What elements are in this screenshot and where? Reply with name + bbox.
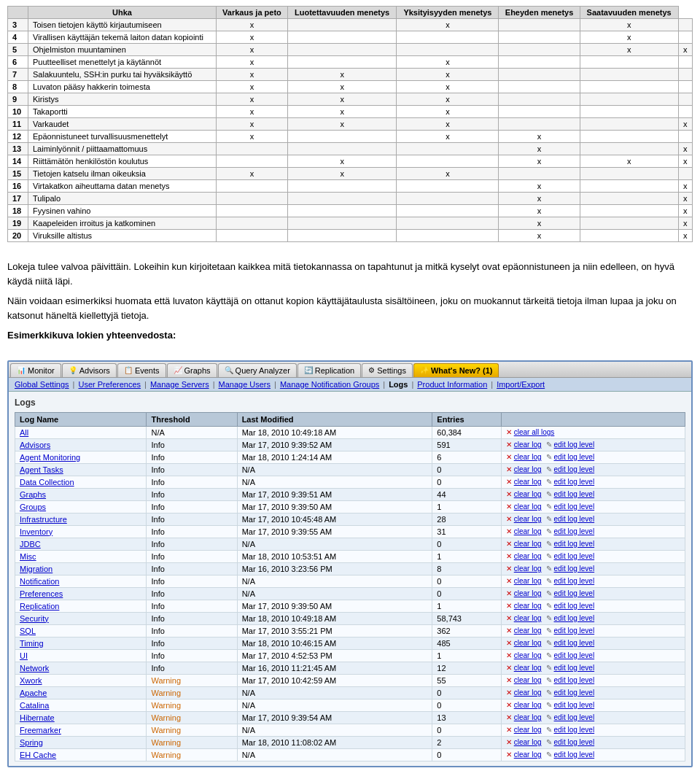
action-link-edit-log-level[interactable]: edit log level [554,676,595,684]
action-link-clear-log[interactable]: clear log [514,453,542,461]
action-link-clear-log[interactable]: clear log [514,639,542,647]
log-name-link[interactable]: Spring [20,738,43,747]
action-link-edit-log-level[interactable]: edit log level [554,602,595,610]
action-link-clear-log[interactable]: clear log [514,751,542,759]
log-name-link[interactable]: Inventory [20,527,52,536]
action-link-clear-log[interactable]: clear log [514,552,542,560]
action-link-edit-log-level[interactable]: edit log level [554,689,595,697]
action-link-clear-log[interactable]: clear log [514,602,542,610]
log-name-link[interactable]: Replication [20,602,59,611]
action-link-edit-log-level[interactable]: edit log level [554,441,595,449]
action-link-clear-log[interactable]: clear log [514,565,542,573]
nav-tab-query-analyzer[interactable]: 🔍Query Analyzer [218,363,297,377]
log-name-link[interactable]: Migration [20,565,52,573]
nav-tab-what-s-new---1-[interactable]: ✨What's New? (1) [413,363,499,377]
subnav-item-manage-users[interactable]: Manage Users [216,379,274,390]
action-link-clear-log[interactable]: clear log [514,664,542,672]
log-name-link[interactable]: Graphs [20,490,46,499]
action-link-clear-log[interactable]: clear log [514,478,542,486]
log-name-link[interactable]: Groups [20,503,46,511]
action-link-edit-log-level[interactable]: edit log level [554,552,595,560]
subnav-item-manage-servers[interactable]: Manage Servers [147,379,212,390]
action-link-edit-log-level[interactable]: edit log level [554,627,595,635]
action-link-edit-log-level[interactable]: edit log level [554,515,595,523]
action-link-edit-log-level[interactable]: edit log level [554,701,595,709]
action-link-edit-log-level[interactable]: edit log level [554,478,595,486]
log-name-link[interactable]: Advisors [20,441,50,449]
log-name-link[interactable]: Preferences [20,589,63,598]
subnav-item-logs[interactable]: Logs [386,379,411,390]
action-link-edit-log-level[interactable]: edit log level [554,713,595,721]
log-name-link[interactable]: UI [20,651,28,660]
log-name-link[interactable]: Agent Tasks [20,465,63,474]
nav-tab-graphs[interactable]: 📈Graphs [167,363,217,377]
action-link-clear-log[interactable]: clear log [514,627,542,635]
action-link-clear-log[interactable]: clear log [514,651,542,659]
log-name-link[interactable]: Security [20,614,49,623]
action-link-edit-log-level[interactable]: edit log level [554,639,595,647]
log-name-link[interactable]: Timing [20,639,44,648]
nav-tab-events[interactable]: 📋Events [117,363,166,377]
action-link-clear-log[interactable]: clear log [514,589,542,597]
log-name-link[interactable]: Catalina [20,701,49,710]
subnav-item-global-settings[interactable]: Global Settings [12,379,72,390]
action-link-edit-log-level[interactable]: edit log level [554,577,595,585]
action-link-edit-log-level[interactable]: edit log level [554,589,595,597]
action-link-clear-log[interactable]: clear log [514,726,542,734]
action-link-clear-log[interactable]: clear log [514,465,542,473]
action-link-edit-log-level[interactable]: edit log level [554,651,595,659]
subnav-item-product-information[interactable]: Product Information [414,379,490,390]
log-name-link[interactable]: Agent Monitoring [20,453,80,462]
action-link-clear-log[interactable]: clear log [514,577,542,585]
action-link-edit-log-level[interactable]: edit log level [554,527,595,535]
log-name-link[interactable]: Hibernate [20,713,55,722]
log-name-link[interactable]: SQL [20,627,36,635]
subnav-item-import-export[interactable]: Import/Export [494,379,548,390]
action-link-edit-log-level[interactable]: edit log level [554,751,595,759]
action-link-clear-log[interactable]: clear log [514,689,542,697]
action-link-edit-log-level[interactable]: edit log level [554,503,595,511]
log-name-link[interactable]: Data Collection [20,478,74,487]
action-link-edit-log-level[interactable]: edit log level [554,490,595,498]
log-name-link[interactable]: Misc [20,552,36,561]
nav-tab-settings[interactable]: ⚙Settings [362,363,413,377]
action-link-edit-log-level[interactable]: edit log level [554,540,595,548]
nav-tab-replication[interactable]: 🔄Replication [298,363,361,377]
log-name-link[interactable]: Infrastructure [20,515,67,524]
subnav-item-manage-notification-groups[interactable]: Manage Notification Groups [277,379,382,390]
action-link-clear-log[interactable]: clear log [514,738,542,746]
action-link-clear-log[interactable]: clear log [514,701,542,709]
log-name-link[interactable]: Notification [20,577,59,586]
action-link-edit-log-level[interactable]: edit log level [554,614,595,622]
action-link-edit-log-level[interactable]: edit log level [554,738,595,746]
action-link-clear-log[interactable]: clear log [514,527,542,535]
nav-tab-monitor[interactable]: 📊Monitor [10,363,61,377]
nav-tab-advisors[interactable]: 💡Advisors [62,363,117,377]
edit-icon: ✎ [546,689,552,697]
action-link-clear-log[interactable]: clear log [514,713,542,721]
action-link-clear-all-logs[interactable]: clear all logs [514,428,555,436]
action-link-clear-log[interactable]: clear log [514,503,542,511]
action-link-edit-log-level[interactable]: edit log level [554,726,595,734]
action-link-clear-log[interactable]: clear log [514,515,542,523]
log-name-link[interactable]: Network [20,664,49,673]
action-link-edit-log-level[interactable]: edit log level [554,565,595,573]
action-link-clear-log[interactable]: clear log [514,676,542,684]
action-link-edit-log-level[interactable]: edit log level [554,465,595,473]
action-link-edit-log-level[interactable]: edit log level [554,453,595,461]
log-name-link[interactable]: EH Cache [20,751,56,759]
log-name-link[interactable]: Freemarker [20,726,61,735]
action-link-clear-log[interactable]: clear log [514,441,542,449]
log-name-link[interactable]: All [20,428,28,437]
action-link-clear-log[interactable]: clear log [514,540,542,548]
log-name-link[interactable]: Xwork [20,676,42,685]
action-link-clear-log[interactable]: clear log [514,490,542,498]
action-link-clear-log[interactable]: clear log [514,614,542,622]
subnav-item-user-preferences[interactable]: User Preferences [75,379,144,390]
action-link-edit-log-level[interactable]: edit log level [554,664,595,672]
app-nav: 📊Monitor💡Advisors📋Events📈Graphs🔍Query An… [9,362,691,378]
risk-cell [678,168,692,180]
log-name-link[interactable]: JDBC [20,540,41,549]
app-window: 📊Monitor💡Advisors📋Events📈Graphs🔍Query An… [7,360,693,767]
log-name-link[interactable]: Apache [20,689,47,697]
